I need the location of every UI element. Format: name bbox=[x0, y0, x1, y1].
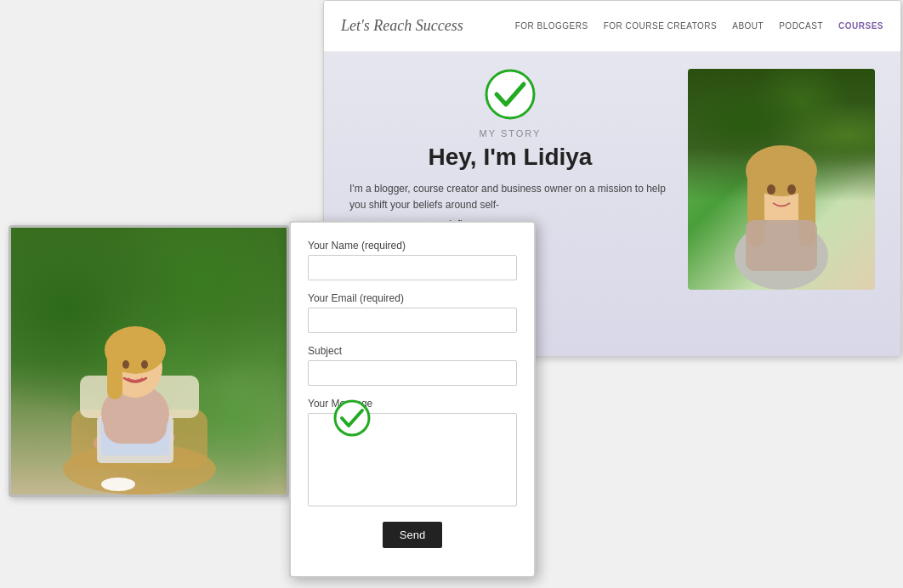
svg-point-22 bbox=[141, 360, 148, 369]
name-label: Your Name (required) bbox=[308, 240, 517, 252]
svg-point-21 bbox=[122, 360, 129, 369]
name-field-group: Your Name (required) bbox=[308, 240, 517, 280]
main-headline: Hey, I'm Lidiya bbox=[349, 144, 671, 171]
nav-for-bloggers[interactable]: FOR BLOGGERS bbox=[515, 21, 588, 31]
nav-about[interactable]: ABOUT bbox=[732, 21, 764, 31]
email-field-group: Your Email (required) bbox=[308, 292, 517, 333]
name-input[interactable] bbox=[308, 255, 517, 280]
svg-point-23 bbox=[101, 478, 135, 491]
website-person-photo bbox=[688, 69, 875, 290]
contact-form: Your Name (required) Your Email (require… bbox=[289, 221, 536, 578]
svg-rect-17 bbox=[104, 397, 167, 444]
svg-point-6 bbox=[767, 184, 775, 195]
message-field-group: Your Message bbox=[308, 398, 517, 510]
nav-for-course-creators[interactable]: FOR COURSE CREATORS bbox=[604, 21, 718, 31]
bottom-person-photo bbox=[9, 225, 289, 497]
story-label: MY STORY bbox=[349, 128, 671, 139]
subject-field-group: Subject bbox=[308, 345, 517, 386]
nav-courses[interactable]: COURSES bbox=[838, 21, 883, 31]
subject-input[interactable] bbox=[308, 360, 517, 386]
website-nav: Let's Reach Success FOR BLOGGERS FOR COU… bbox=[324, 1, 900, 52]
svg-point-0 bbox=[486, 71, 534, 118]
svg-rect-8 bbox=[746, 220, 817, 271]
intro-paragraph: I'm a blogger, course creator and busine… bbox=[349, 181, 671, 213]
nav-podcast[interactable]: PODCAST bbox=[779, 21, 823, 31]
svg-rect-20 bbox=[107, 348, 122, 399]
person-photo-right bbox=[705, 86, 858, 290]
person-laptop-svg bbox=[46, 257, 233, 495]
form-checkmark-icon bbox=[333, 399, 372, 438]
nav-logo: Let's Reach Success bbox=[341, 17, 498, 35]
nav-links: FOR BLOGGERS FOR COURSE CREATORS ABOUT P… bbox=[515, 21, 883, 31]
email-label: Your Email (required) bbox=[308, 292, 517, 304]
big-checkmark-icon bbox=[485, 69, 536, 120]
email-input[interactable] bbox=[308, 308, 517, 333]
subject-label: Subject bbox=[308, 345, 517, 357]
send-button[interactable]: Send bbox=[383, 522, 442, 548]
svg-point-7 bbox=[787, 184, 796, 195]
